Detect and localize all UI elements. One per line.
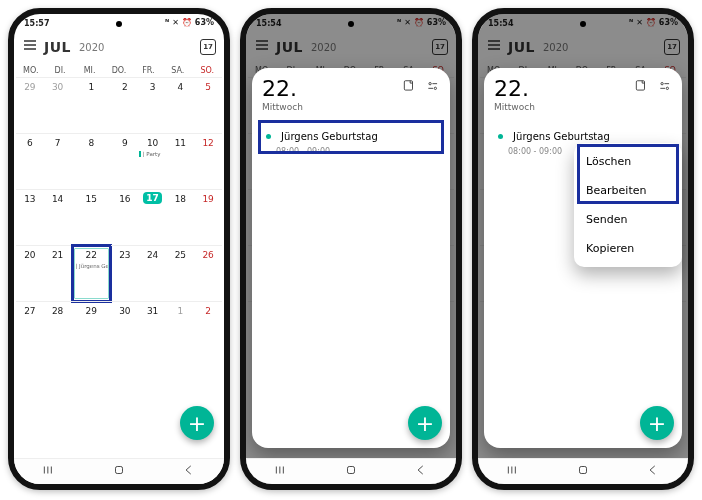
day-names: MO.DI.MI. DO.FR.SA. SO.	[14, 62, 224, 77]
today-icon[interactable]: 17	[200, 39, 216, 55]
day-cell[interactable]: 9	[111, 133, 139, 189]
header-year: 2020	[311, 42, 336, 53]
menu-icon[interactable]	[486, 37, 502, 57]
day-cell[interactable]: 27	[16, 301, 44, 357]
event-color-dot	[498, 134, 503, 139]
day-number: 30	[119, 304, 130, 318]
day-number: 13	[24, 192, 35, 206]
day-cell[interactable]: 1	[167, 301, 195, 357]
day-cell[interactable]: 3	[139, 77, 167, 133]
day-number: 9	[122, 136, 128, 150]
day-number: 30	[52, 80, 63, 94]
day-cell[interactable]: 13	[16, 189, 44, 245]
day-cell[interactable]: 29	[72, 301, 112, 357]
status-time: 15:54	[256, 19, 281, 28]
recent-apps-button[interactable]	[274, 462, 288, 481]
day-cell[interactable]: 25	[167, 245, 195, 301]
event-row[interactable]: Jürgens Geburtstag 08:00 - 09:00	[262, 122, 440, 160]
battery-level: 63%	[195, 19, 214, 27]
day-number: 22	[86, 248, 97, 262]
note-icon[interactable]	[634, 78, 648, 92]
recent-apps-button[interactable]	[506, 462, 520, 481]
header-month[interactable]: JUL	[44, 39, 71, 55]
day-cell[interactable]: 31	[139, 301, 167, 357]
nav-bar	[14, 458, 224, 484]
back-button[interactable]	[414, 462, 428, 481]
back-button[interactable]	[646, 462, 660, 481]
today-icon[interactable]: 17	[664, 39, 680, 55]
day-number: 23	[119, 248, 130, 262]
add-event-fab[interactable]: +	[408, 406, 442, 440]
context-copy[interactable]: Kopieren	[574, 234, 682, 263]
day-cell[interactable]: 2	[194, 301, 222, 357]
settings-icon[interactable]	[658, 78, 672, 92]
context-edit[interactable]: Bearbeiten	[574, 176, 682, 205]
event-title: Jürgens Geburtstag	[281, 131, 378, 142]
note-icon[interactable]	[402, 78, 416, 92]
day-number: 31	[147, 304, 158, 318]
header-month[interactable]: JUL	[508, 39, 535, 55]
day-cell[interactable]: 10| Party	[139, 133, 167, 189]
day-number: 27	[24, 304, 35, 318]
header-month[interactable]: JUL	[276, 39, 303, 55]
day-cell[interactable]: 24	[139, 245, 167, 301]
back-button[interactable]	[182, 462, 196, 481]
menu-icon[interactable]	[254, 37, 270, 57]
day-cell[interactable]: 18	[167, 189, 195, 245]
day-cell[interactable]: 30	[44, 77, 72, 133]
context-send[interactable]: Senden	[574, 205, 682, 234]
svg-point-3	[434, 87, 436, 89]
alarm-icon: ⏰	[646, 19, 656, 27]
menu-icon[interactable]	[22, 37, 38, 57]
day-cell[interactable]: 23	[111, 245, 139, 301]
day-cell[interactable]: 12	[194, 133, 222, 189]
day-cell[interactable]: 11	[167, 133, 195, 189]
day-cell[interactable]: 8	[72, 133, 112, 189]
today-icon[interactable]: 17	[432, 39, 448, 55]
event-color-dot	[266, 134, 271, 139]
day-cell[interactable]: 21	[44, 245, 72, 301]
day-cell[interactable]: 15	[72, 189, 112, 245]
day-sheet: 22. Mittwoch Jürgens Geburtstag 08:00 - …	[484, 68, 682, 448]
day-number: 15	[86, 192, 97, 206]
day-number: 12	[202, 136, 213, 150]
context-delete[interactable]: Löschen	[574, 147, 682, 176]
day-cell[interactable]: 26	[194, 245, 222, 301]
day-cell[interactable]: 19	[194, 189, 222, 245]
day-number: 25	[175, 248, 186, 262]
day-cell[interactable]: 17	[139, 189, 167, 245]
day-cell[interactable]: 4	[167, 77, 195, 133]
day-cell[interactable]: 20	[16, 245, 44, 301]
day-cell[interactable]: 2	[111, 77, 139, 133]
svg-rect-0	[116, 467, 123, 474]
home-button[interactable]	[112, 462, 126, 481]
day-number: 7	[55, 136, 61, 150]
month-grid[interactable]: 293012345678910| Party111213141516171819…	[14, 77, 224, 357]
settings-icon[interactable]	[426, 78, 440, 92]
nav-bar	[246, 458, 456, 484]
home-button[interactable]	[576, 462, 590, 481]
sheet-day-name: Mittwoch	[262, 102, 303, 112]
day-cell[interactable]: 16	[111, 189, 139, 245]
day-cell[interactable]: 5	[194, 77, 222, 133]
vibrate-icon: ✕	[636, 19, 643, 27]
day-number: 18	[175, 192, 186, 206]
day-cell[interactable]: 6	[16, 133, 44, 189]
day-number: 5	[205, 80, 211, 94]
day-cell[interactable]: 28	[44, 301, 72, 357]
svg-rect-5	[636, 81, 644, 90]
day-cell[interactable]: 7	[44, 133, 72, 189]
day-number: 8	[88, 136, 94, 150]
recent-apps-button[interactable]	[42, 462, 56, 481]
day-cell[interactable]: 14	[44, 189, 72, 245]
vibrate-icon: ✕	[404, 19, 411, 27]
day-cell[interactable]: 30	[111, 301, 139, 357]
add-event-fab[interactable]: +	[180, 406, 214, 440]
day-cell[interactable]: 1	[72, 77, 112, 133]
day-cell[interactable]: 22| Jürgens Ge	[72, 245, 112, 301]
home-button[interactable]	[344, 462, 358, 481]
add-event-fab[interactable]: +	[640, 406, 674, 440]
day-cell[interactable]: 29	[16, 77, 44, 133]
day-number: 2	[205, 304, 211, 318]
phone-3-context-menu: 15:54 ᴺ ✕ ⏰ 63% JUL 2020 17 MO.DI.MI. DO…	[472, 8, 694, 490]
